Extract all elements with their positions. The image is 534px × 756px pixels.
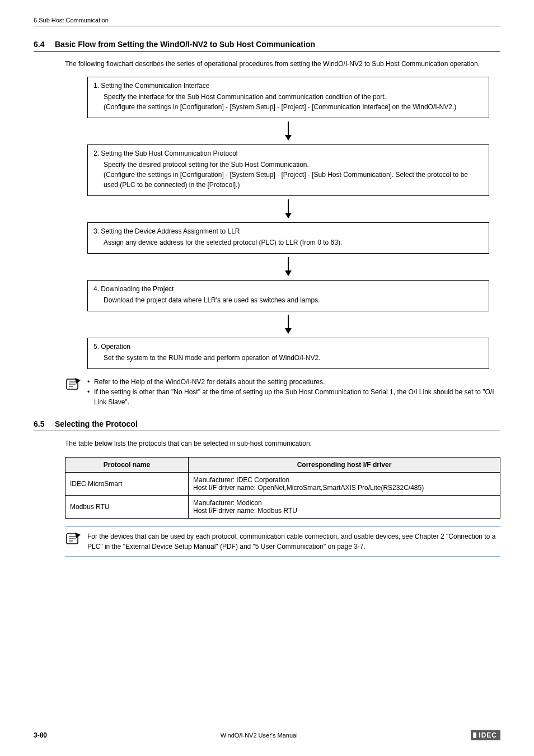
- cell-protocol-name: IDEC MicroSmart: [65, 472, 189, 495]
- cell-driver: Manufacturer: IDEC CorporationHost I/F d…: [189, 472, 500, 495]
- col-header-protocol: Protocol name: [65, 457, 189, 472]
- note-icon: [65, 377, 82, 391]
- col-header-driver: Corresponding host I/F driver: [189, 457, 500, 472]
- note-text: If the setting is other than "No Host" a…: [94, 387, 500, 407]
- section-title: Selecting the Protocol: [55, 419, 138, 428]
- flow-step-2: 2. Setting the Sub Host Communication Pr…: [87, 144, 489, 196]
- flow-step-body: Specify the desired protocol setting for…: [93, 160, 483, 190]
- svg-marker-5: [285, 270, 292, 276]
- svg-marker-7: [285, 328, 292, 334]
- svg-marker-3: [285, 213, 292, 218]
- page-header: 6 Sub Host Communication: [34, 17, 500, 26]
- note-block-6-4: •Refer to the Help of the WindO/I-NV2 fo…: [65, 377, 500, 407]
- table-header-row: Protocol name Corresponding host I/F dri…: [65, 457, 500, 472]
- svg-marker-1: [285, 135, 292, 141]
- arrow-down-icon: [284, 199, 293, 218]
- section-title: Basic Flow from Setting the WindO/I-NV2 …: [55, 40, 315, 49]
- section-num: 6.5: [34, 419, 55, 428]
- flow-step-body: Set the system to the RUN mode and perfo…: [93, 353, 483, 363]
- section-intro-6-4: The following flowchart describes the se…: [65, 59, 500, 69]
- flow-step-title: 1. Setting the Communication Interface: [93, 81, 483, 91]
- flow-step-5: 5. Operation Set the system to the RUN m…: [87, 338, 489, 369]
- section-heading-6-4: 6.4 Basic Flow from Setting the WindO/I-…: [34, 40, 500, 52]
- section-intro-6-5: The table below lists the protocols that…: [65, 439, 500, 449]
- flow-step-body: Specify the interface for the Sub Host C…: [93, 92, 483, 112]
- flowchart: 1. Setting the Communication Interface S…: [87, 77, 489, 369]
- section-heading-6-5: 6.5 Selecting the Protocol: [34, 419, 500, 431]
- cell-protocol-name: Modbus RTU: [65, 495, 189, 518]
- arrow-down-icon: [284, 257, 293, 276]
- page-footer: 3-80 WindO/I-NV2 User's Manual IDEC: [34, 730, 500, 740]
- flow-step-title: 4. Downloading the Project: [93, 284, 483, 294]
- note-icon: [65, 531, 82, 546]
- flow-step-body: Assign any device address for the select…: [93, 237, 483, 248]
- note-block-6-5: For the devices that can be used by each…: [65, 526, 500, 557]
- breadcrumb: 6 Sub Host Communication: [34, 17, 109, 24]
- flow-step-title: 3. Setting the Device Address Assignment…: [93, 226, 483, 236]
- arrow-down-icon: [284, 315, 293, 334]
- protocol-table-wrap: Protocol name Corresponding host I/F dri…: [65, 457, 500, 519]
- table-row: Modbus RTU Manufacturer: ModiconHost I/F…: [65, 495, 500, 518]
- flow-arrow: [87, 254, 489, 280]
- arrow-down-icon: [284, 122, 293, 141]
- idec-logo: IDEC: [471, 730, 500, 740]
- flow-step-4: 4. Downloading the Project Download the …: [87, 280, 489, 311]
- section-num: 6.4: [34, 40, 55, 49]
- cell-driver: Manufacturer: ModiconHost I/F driver nam…: [189, 495, 500, 518]
- page-number: 3-80: [34, 731, 47, 739]
- protocol-table: Protocol name Corresponding host I/F dri…: [65, 457, 500, 519]
- flow-arrow: [87, 311, 489, 338]
- note-text: For the devices that can be used by each…: [87, 531, 500, 552]
- flow-arrow: [87, 118, 489, 144]
- bullet-dot: •: [87, 377, 94, 387]
- flow-arrow: [87, 196, 489, 222]
- flow-step-1: 1. Setting the Communication Interface S…: [87, 77, 489, 118]
- footer-title: WindO/I-NV2 User's Manual: [221, 732, 298, 739]
- note-text: Refer to the Help of the WindO/I-NV2 for…: [94, 377, 325, 387]
- flow-step-title: 2. Setting the Sub Host Communication Pr…: [93, 148, 483, 158]
- flow-step-body: Download the project data where LLR's ar…: [93, 295, 483, 305]
- flow-step-title: 5. Operation: [93, 342, 483, 352]
- flow-step-3: 3. Setting the Device Address Assignment…: [87, 222, 489, 254]
- bullet-dot: •: [87, 387, 94, 407]
- table-row: IDEC MicroSmart Manufacturer: IDEC Corpo…: [65, 472, 500, 495]
